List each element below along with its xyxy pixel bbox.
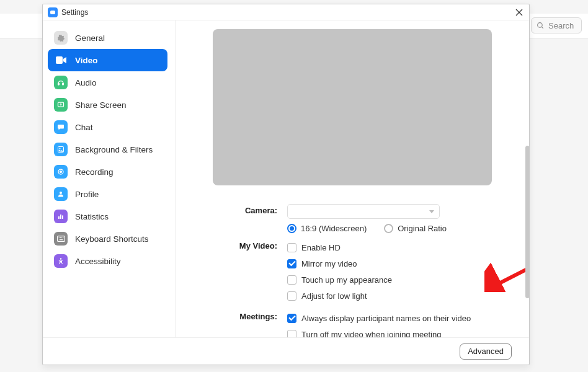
sidebar-item-label: Audio: [75, 78, 97, 87]
video-preview: [213, 29, 492, 185]
sidebar-item-chat[interactable]: Chat: [48, 116, 167, 138]
svg-rect-15: [60, 215, 61, 219]
sidebar-item-label: Share Screen: [75, 100, 127, 110]
chat-icon: [54, 120, 68, 134]
window-title: Settings: [61, 8, 88, 17]
svg-rect-17: [57, 236, 65, 242]
checkbox-icon: [287, 259, 296, 268]
myvideo-label: My Video:: [210, 239, 287, 304]
sidebar-item-audio[interactable]: Audio: [48, 71, 167, 94]
sidebar-item-label: General: [75, 33, 105, 43]
radio-icon: [287, 224, 296, 233]
svg-line-24: [494, 259, 529, 286]
aspect-ratio-original[interactable]: Original Ratio: [384, 224, 447, 233]
svg-point-10: [60, 148, 61, 149]
svg-rect-5: [56, 56, 63, 64]
advanced-button-label: Advanced: [468, 347, 504, 356]
checkbox-label: Adjust for low light: [301, 291, 367, 301]
zoom-logo-icon: [48, 7, 58, 17]
svg-point-13: [60, 192, 62, 194]
video-icon: [54, 53, 68, 67]
checkbox-icon: [287, 330, 296, 338]
sidebar-item-label: Keyboard Shortcuts: [75, 234, 149, 244]
sidebar-item-profile[interactable]: Profile: [48, 183, 167, 205]
svg-rect-16: [62, 216, 63, 219]
sidebar-item-share-screen[interactable]: Share Screen: [48, 94, 167, 116]
sidebar-item-recording[interactable]: Recording: [48, 161, 167, 183]
stats-icon: [54, 210, 68, 223]
checkbox-mirror-video[interactable]: Mirror my video: [287, 255, 494, 272]
svg-point-23: [60, 258, 62, 260]
meetings-label: Meetings:: [210, 310, 287, 337]
camera-label: Camera:: [210, 204, 287, 233]
svg-rect-14: [58, 216, 60, 219]
checkbox-touch-up-appearance[interactable]: Touch up my appearance: [287, 272, 494, 288]
checkbox-label: Enable HD: [301, 243, 341, 252]
content-panel: Camera: 16:9 (Widescreen) Original Ratio: [176, 20, 529, 337]
search-input[interactable]: Search: [531, 17, 582, 33]
gear-icon: [54, 31, 68, 45]
checkbox-display-participant-names[interactable]: Always display participant names on thei…: [287, 310, 494, 326]
svg-line-1: [541, 27, 543, 29]
settings-sidebar: General Video Audio Share Screen: [43, 20, 176, 337]
a11y-icon: [54, 254, 68, 268]
checkbox-label: Always display participant names on thei…: [301, 314, 471, 323]
radio-label: 16:9 (Widescreen): [301, 224, 367, 233]
svg-rect-7: [63, 83, 64, 85]
checkbox-label: Mirror my video: [301, 259, 357, 268]
checkbox-enable-hd[interactable]: Enable HD: [287, 239, 494, 255]
sidebar-item-label: Recording: [75, 167, 114, 177]
bg-icon: [54, 143, 68, 156]
aspect-ratio-169[interactable]: 16:9 (Widescreen): [287, 224, 367, 233]
sidebar-item-keyboard-shortcuts[interactable]: Keyboard Shortcuts: [48, 228, 167, 250]
profile-icon: [54, 187, 68, 201]
record-icon: [54, 165, 68, 179]
sidebar-item-background-filters[interactable]: Background & Filters: [48, 138, 167, 161]
svg-rect-6: [58, 83, 60, 85]
checkbox-icon: [287, 243, 296, 252]
close-button[interactable]: [514, 7, 524, 17]
search-icon: [537, 22, 545, 30]
keyboard-icon: [54, 232, 68, 246]
sidebar-item-label: Accessibility: [75, 257, 121, 266]
share-icon: [54, 98, 68, 112]
scrollbar-thumb[interactable]: [525, 146, 530, 298]
sidebar-item-accessibility[interactable]: Accessibility: [48, 250, 167, 272]
settings-window: Settings General Video: [42, 4, 530, 365]
sidebar-item-label: Profile: [75, 190, 99, 199]
checkbox-adjust-low-light[interactable]: Adjust for low light: [287, 288, 494, 304]
radio-icon: [384, 224, 393, 233]
checkbox-label: Touch up my appearance: [301, 275, 392, 285]
close-icon: [515, 9, 523, 16]
sidebar-item-general[interactable]: General: [48, 27, 167, 49]
checkbox-turn-off-video-on-join[interactable]: Turn off my video when joining meeting: [287, 326, 494, 337]
radio-label: Original Ratio: [398, 224, 447, 233]
audio-icon: [54, 76, 68, 89]
checkbox-icon: [287, 314, 296, 323]
sidebar-item-video[interactable]: Video: [48, 49, 167, 71]
sidebar-item-label: Background & Filters: [75, 145, 153, 154]
checkbox-icon: [287, 291, 296, 301]
checkbox-label: Turn off my video when joining meeting: [301, 330, 441, 338]
footer: Advanced: [43, 337, 529, 365]
camera-dropdown[interactable]: [287, 204, 440, 219]
svg-point-0: [538, 22, 543, 27]
sidebar-item-label: Chat: [75, 123, 93, 132]
search-placeholder: Search: [548, 21, 574, 30]
svg-point-12: [60, 171, 62, 173]
sidebar-item-label: Video: [75, 56, 98, 65]
checkbox-icon: [287, 275, 296, 285]
advanced-button[interactable]: Advanced: [460, 343, 512, 360]
titlebar: Settings: [43, 4, 529, 20]
sidebar-item-statistics[interactable]: Statistics: [48, 205, 167, 228]
sidebar-item-label: Statistics: [75, 212, 109, 221]
